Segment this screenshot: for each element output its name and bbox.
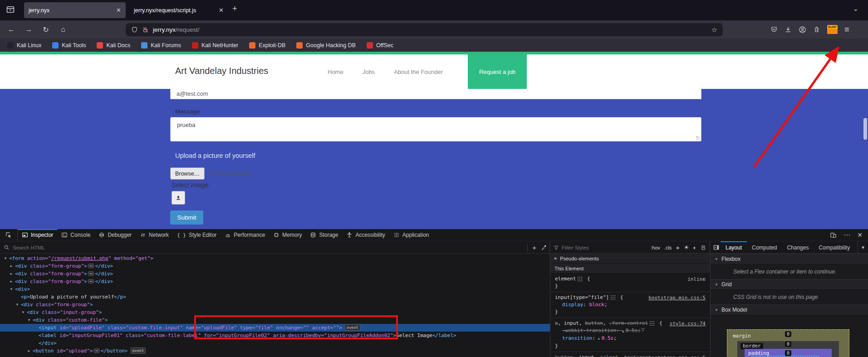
reload-button[interactable]: ↻: [40, 24, 52, 35]
bookmark-item[interactable]: Kali NetHunter: [192, 42, 238, 49]
border-top-value[interactable]: 0: [785, 341, 791, 347]
url-bar[interactable]: jerry.nyx/request/ ☆: [126, 23, 723, 36]
stylesheet-link[interactable]: bootstrap.min.css:5: [648, 354, 706, 357]
markup-row[interactable]: ▼<div class="form-group">: [0, 301, 550, 308]
margin-top-value[interactable]: 0: [785, 331, 791, 337]
devtools-tab-memory[interactable]: Memory: [269, 229, 306, 241]
collapsed-ellipsis-badge[interactable]: ⋯: [93, 348, 99, 353]
add-rule-icon[interactable]: +: [676, 244, 680, 251]
sidebar-toggle-icon[interactable]: [713, 241, 720, 254]
flexbox-section-header[interactable]: ▼ Flexbox: [711, 254, 868, 264]
pocket-icon[interactable]: [770, 26, 778, 33]
markup-row[interactable]: ▶<div class="form-group">⋯</div>: [0, 278, 550, 285]
markup-row[interactable]: ▼<form action="/request/submit.php" meth…: [0, 254, 550, 262]
devtools-tab-accessibility[interactable]: Accessibility: [342, 229, 389, 241]
expand-value-icon[interactable]: ▶: [622, 329, 624, 333]
bookmark-item[interactable]: Kali Linux: [7, 42, 41, 49]
markup-row[interactable]: ▶<div class="form-group">⋯</div>: [0, 262, 550, 270]
hamburger-menu-icon[interactable]: ≡: [844, 25, 849, 34]
devtools-close-icon[interactable]: ✕: [857, 231, 863, 239]
add-node-icon[interactable]: +: [532, 244, 536, 251]
css-declaration[interactable]: -webkit-transition: ▶0.5s;: [555, 327, 706, 335]
sidebar-tab-layout[interactable]: Layout: [721, 241, 747, 254]
expand-twisty-icon[interactable]: ▼: [715, 308, 718, 312]
collapsed-ellipsis-badge[interactable]: ⋯: [88, 264, 94, 268]
dark-scheme-icon[interactable]: ◐: [693, 245, 696, 251]
select-image-label[interactable]: Select Image: [172, 181, 209, 189]
request-a-job-button[interactable]: Request a job: [468, 54, 527, 89]
insecure-lock-icon[interactable]: [142, 26, 149, 33]
page-scrollbar-thumb[interactable]: [863, 118, 867, 140]
browse-button[interactable]: Browse…: [170, 167, 205, 180]
home-button[interactable]: ⌂: [57, 24, 69, 35]
expand-twisty-icon[interactable]: ▼: [715, 283, 718, 287]
collapse-twisty-icon[interactable]: ▶: [9, 262, 14, 270]
nav-link-home[interactable]: Home: [328, 68, 343, 75]
markup-search-bar[interactable]: Search HTML +: [0, 241, 550, 254]
more-tabs-dropdown-icon[interactable]: ▾: [858, 241, 868, 254]
expand-value-icon[interactable]: ▶: [598, 337, 600, 341]
devtools-tab-application[interactable]: Application: [389, 229, 433, 241]
collapse-twisty-icon[interactable]: ▶: [9, 270, 14, 278]
tab-close-icon[interactable]: ✕: [113, 7, 121, 14]
bookmark-item[interactable]: Exploit-DB: [249, 42, 285, 49]
forward-button[interactable]: →: [23, 24, 34, 35]
browser-tab[interactable]: jerry.nyx/request/script.js ✕: [129, 2, 228, 18]
download-icon[interactable]: [785, 26, 792, 33]
firefox-view-icon[interactable]: [6, 5, 15, 14]
email-input[interactable]: a@test.com: [170, 89, 701, 99]
padding-top-value[interactable]: 0: [785, 350, 791, 356]
upload-icon-button[interactable]: [172, 191, 185, 205]
devtools-tab-network[interactable]: Network: [136, 229, 173, 241]
markup-row[interactable]: ▶<button id="upload">⋯</button>event: [0, 347, 550, 355]
css-declaration[interactable]: transition: ▶0.5s;: [555, 335, 706, 342]
sidebar-tab-computed[interactable]: Computed: [747, 241, 782, 254]
tab-close-icon[interactable]: ✕: [215, 7, 224, 14]
submit-button[interactable]: Submit: [170, 210, 203, 225]
markup-row[interactable]: ▶<div class="form-group">⋯</div>: [0, 270, 550, 278]
hover-toggle[interactable]: :hov: [651, 245, 660, 250]
stylesheet-link[interactable]: bootstrap.min.css:5: [648, 294, 706, 302]
devtools-tab-inspector[interactable]: Inspector: [18, 229, 57, 241]
bookmark-item[interactable]: Kali Forums: [141, 42, 181, 49]
devtools-tab-performance[interactable]: Performance: [221, 229, 269, 241]
sidebar-tab-compatibility[interactable]: Compatibility: [814, 241, 855, 254]
markup-row[interactable]: </div>: [0, 339, 550, 347]
collapse-twisty-icon[interactable]: ▶: [9, 278, 14, 285]
expand-twisty-icon[interactable]: ▼: [3, 254, 8, 262]
print-media-icon[interactable]: [701, 245, 706, 250]
bookmark-star-icon[interactable]: ☆: [711, 26, 717, 34]
markup-row[interactable]: ▼<div>: [0, 285, 550, 293]
grid-section-header[interactable]: ▼ Grid: [711, 279, 868, 290]
rules-filter-bar[interactable]: Filter Styles :hov .cls + ☀ ◐: [550, 241, 710, 254]
box-model-section-header[interactable]: ▼ Box Model: [711, 304, 868, 315]
collapse-twisty-icon[interactable]: ▶: [26, 347, 32, 355]
bookmark-item[interactable]: Kali Docs: [97, 42, 130, 49]
sidebar-tab-changes[interactable]: Changes: [782, 241, 814, 254]
tracking-protection-shield-icon[interactable]: [131, 26, 138, 33]
pick-element-icon[interactable]: [0, 229, 18, 241]
devtools-tab-storage[interactable]: Storage: [306, 229, 342, 241]
nav-link-about-the-founder[interactable]: About the Founder: [394, 68, 443, 75]
new-tab-button[interactable]: +: [232, 4, 237, 14]
list-all-tabs-icon[interactable]: ⌄: [853, 5, 858, 12]
responsive-design-icon[interactable]: [830, 232, 837, 239]
collapsed-ellipsis-badge[interactable]: ⋯: [88, 271, 94, 276]
collapsed-ellipsis-badge[interactable]: ⋯: [88, 279, 94, 284]
light-scheme-icon[interactable]: ☀: [684, 244, 689, 251]
expand-twisty-icon[interactable]: ▼: [26, 316, 32, 324]
account-icon[interactable]: [799, 26, 806, 34]
resize-grip-icon[interactable]: [696, 136, 700, 140]
bookmark-item[interactable]: Kali Tools: [52, 42, 86, 49]
pseudo-elements-section[interactable]: ▶ Pseudo-elements: [550, 254, 710, 264]
box-model-margin[interactable]: margin 0 0 0 border padding: [727, 329, 849, 357]
css-declaration[interactable]: display: block;: [555, 301, 706, 308]
devtools-tab-style-editor[interactable]: { }Style Editor: [173, 229, 221, 241]
expand-twisty-icon[interactable]: ▼: [715, 257, 718, 261]
collapse-twisty-icon[interactable]: ▶: [554, 256, 557, 260]
site-brand[interactable]: Art Vandelay Industries: [175, 66, 268, 76]
message-textarea[interactable]: prueba: [170, 117, 701, 142]
meatball-menu-icon[interactable]: ⋯: [843, 231, 850, 239]
expand-twisty-icon[interactable]: ▼: [9, 285, 14, 293]
stylesheet-link[interactable]: style.css:74: [670, 320, 706, 328]
